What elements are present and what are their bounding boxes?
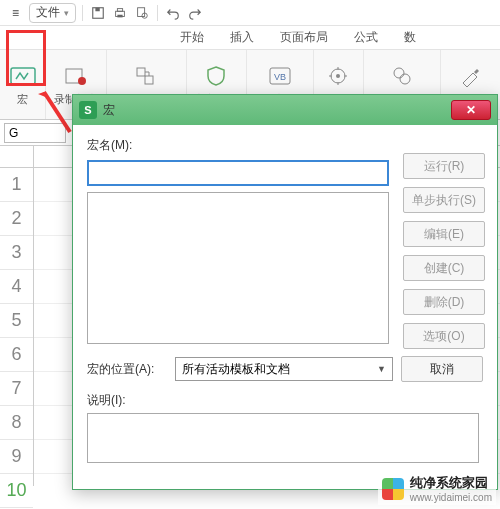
shield-icon	[202, 62, 230, 90]
macro-name-input[interactable]	[87, 160, 389, 186]
dialog-titlebar[interactable]: S 宏 ✕	[73, 95, 497, 125]
description-box[interactable]	[87, 413, 479, 463]
com-addins-icon	[388, 62, 416, 90]
tab-layout[interactable]: 页面布局	[270, 25, 338, 49]
close-button[interactable]: ✕	[451, 100, 491, 120]
print-icon[interactable]	[111, 4, 129, 22]
select-all-corner[interactable]	[0, 146, 33, 168]
menubar: ≡ 文件 ▾	[0, 0, 500, 26]
delete-button[interactable]: 删除(D)	[403, 289, 485, 315]
app-menu-button[interactable]: ≡	[6, 3, 25, 23]
options-button[interactable]: 选项(O)	[403, 323, 485, 349]
macro-button[interactable]: 宏	[0, 50, 46, 119]
file-menu-label: 文件	[36, 4, 60, 21]
print-preview-icon[interactable]	[133, 4, 151, 22]
row-header[interactable]: 4	[0, 270, 33, 304]
separator	[157, 5, 158, 21]
svg-rect-4	[117, 14, 122, 17]
description-label: 说明(I):	[87, 393, 126, 407]
tab-data[interactable]: 数	[394, 25, 426, 49]
undo-icon[interactable]	[164, 4, 182, 22]
macro-location-select[interactable]: 所有活动模板和文档 ▼	[175, 357, 393, 381]
macro-name-label: 宏名(M):	[87, 137, 132, 154]
watermark-title: 纯净系统家园	[410, 475, 488, 490]
svg-point-16	[394, 68, 404, 78]
step-button[interactable]: 单步执行(S)	[403, 187, 485, 213]
svg-rect-7	[11, 68, 35, 84]
save-icon[interactable]	[89, 4, 107, 22]
separator	[82, 5, 83, 21]
row-header[interactable]: 10	[0, 474, 33, 508]
tab-insert[interactable]: 插入	[220, 25, 264, 49]
row-header[interactable]: 7	[0, 372, 33, 406]
svg-rect-3	[117, 8, 122, 11]
svg-point-15	[336, 74, 340, 78]
watermark-url: www.yidaimei.com	[410, 492, 492, 503]
relative-ref-icon	[132, 62, 160, 90]
macro-dialog: S 宏 ✕ 宏名(M): 宏的位置(A): 所有活动模板和文档 ▼ 取消 说明(…	[72, 94, 498, 490]
redo-icon[interactable]	[186, 4, 204, 22]
svg-rect-1	[95, 7, 99, 11]
chevron-down-icon: ▾	[64, 8, 69, 18]
macro-icon	[9, 62, 37, 90]
edit-button[interactable]: 编辑(E)	[403, 221, 485, 247]
row-header[interactable]: 1	[0, 168, 33, 202]
row-header[interactable]: 8	[0, 406, 33, 440]
row-header[interactable]: 9	[0, 440, 33, 474]
macro-location-value: 所有活动模板和文档	[182, 361, 290, 378]
design-icon	[456, 62, 484, 90]
macro-list[interactable]	[87, 192, 389, 344]
chevron-down-icon: ▼	[377, 364, 386, 374]
name-box-value: G	[9, 126, 18, 140]
svg-rect-11	[145, 76, 153, 84]
svg-text:VB: VB	[274, 72, 286, 82]
row-header[interactable]: 2	[0, 202, 33, 236]
macro-label: 宏	[17, 92, 28, 107]
svg-point-9	[78, 77, 86, 85]
tab-begin[interactable]: 开始	[170, 25, 214, 49]
svg-point-17	[400, 74, 410, 84]
tab-formula[interactable]: 公式	[344, 25, 388, 49]
cancel-button[interactable]: 取消	[401, 356, 483, 382]
dialog-action-buttons: 运行(R) 单步执行(S) 编辑(E) 创建(C) 删除(D) 选项(O)	[403, 153, 485, 349]
svg-rect-5	[138, 7, 145, 16]
name-box[interactable]: G	[4, 123, 66, 143]
watermark: 纯净系统家园 www.yidaimei.com	[378, 472, 496, 505]
row-headers: 1 2 3 4 5 6 7 8 9 10	[0, 146, 34, 486]
file-menu-button[interactable]: 文件 ▾	[29, 3, 76, 23]
row-header[interactable]: 3	[0, 236, 33, 270]
addins-icon	[324, 62, 352, 90]
app-logo-icon: S	[79, 101, 97, 119]
vbe-icon: VB	[266, 62, 294, 90]
run-button[interactable]: 运行(R)	[403, 153, 485, 179]
watermark-logo-icon	[382, 478, 404, 500]
hamburger-icon: ≡	[12, 6, 19, 20]
create-button[interactable]: 创建(C)	[403, 255, 485, 281]
record-icon	[62, 62, 90, 90]
macro-location-label: 宏的位置(A):	[87, 361, 167, 378]
row-header[interactable]: 6	[0, 338, 33, 372]
ribbon-tabbar: 开始 插入 页面布局 公式 数	[0, 26, 500, 50]
svg-rect-10	[137, 68, 145, 76]
dialog-title: 宏	[103, 102, 115, 119]
row-header[interactable]: 5	[0, 304, 33, 338]
close-icon: ✕	[466, 103, 476, 117]
